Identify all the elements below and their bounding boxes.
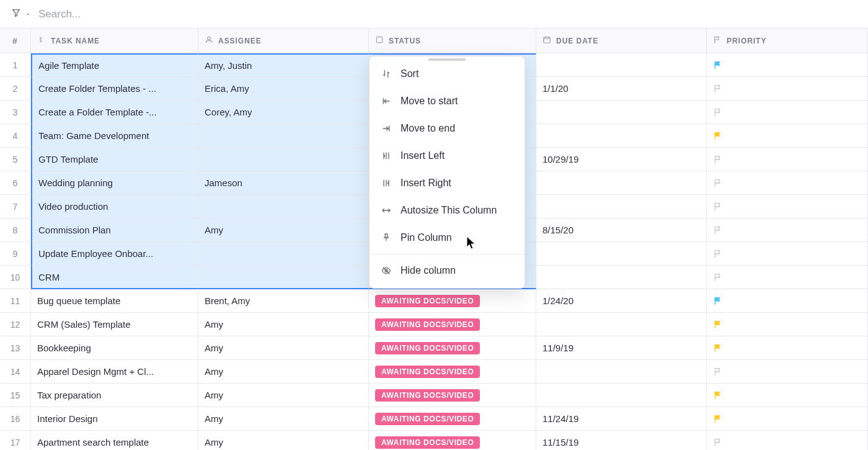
row-number[interactable]: 17 xyxy=(0,431,31,450)
row-number[interactable]: 15 xyxy=(0,384,31,407)
assignee-cell[interactable]: Amy xyxy=(198,431,369,450)
task-cell[interactable]: Bookkeeping xyxy=(31,336,198,360)
row-number[interactable]: 10 xyxy=(0,266,31,289)
task-cell[interactable]: Create a Folder Template -... xyxy=(31,101,198,124)
assignee-cell[interactable]: Jameson xyxy=(198,171,369,195)
assignee-cell[interactable]: Amy, Justin xyxy=(198,53,369,77)
task-cell[interactable]: Bug queue template xyxy=(31,289,198,313)
priority-cell[interactable] xyxy=(707,407,868,431)
task-cell[interactable]: Apartment search template xyxy=(31,431,198,450)
column-header-assignee[interactable]: ASSIGNEE xyxy=(198,29,369,53)
due-cell[interactable]: 1/1/20 xyxy=(536,77,707,101)
column-header-status[interactable]: STATUS xyxy=(369,29,536,53)
due-cell[interactable] xyxy=(536,124,707,148)
priority-cell[interactable] xyxy=(707,148,868,171)
priority-cell[interactable] xyxy=(707,124,868,148)
task-cell[interactable]: Tax preparation xyxy=(31,384,198,407)
row-number[interactable]: 16 xyxy=(0,407,31,431)
due-cell[interactable]: 1/24/20 xyxy=(536,289,707,313)
menu-insert-right[interactable]: Insert Right xyxy=(370,169,525,197)
assignee-cell[interactable]: Brent, Amy xyxy=(198,289,369,313)
task-cell[interactable]: Create Folder Templates - ... xyxy=(31,77,198,101)
row-number[interactable]: 1 xyxy=(0,53,31,77)
status-cell[interactable]: AWAITING DOCS/VIDEO xyxy=(369,384,536,407)
assignee-cell[interactable] xyxy=(198,195,369,218)
due-cell[interactable] xyxy=(536,101,707,124)
due-cell[interactable] xyxy=(536,242,707,266)
column-header-priority[interactable]: PRIORITY xyxy=(707,29,868,53)
priority-cell[interactable] xyxy=(707,313,868,336)
row-number[interactable]: 14 xyxy=(0,360,31,384)
priority-cell[interactable] xyxy=(707,171,868,195)
row-number[interactable]: 7 xyxy=(0,195,31,218)
menu-hide[interactable]: Hide column xyxy=(370,257,525,284)
task-cell[interactable]: Video production xyxy=(31,195,198,218)
menu-insert-left[interactable]: Insert Left xyxy=(370,142,525,169)
priority-cell[interactable] xyxy=(707,360,868,384)
priority-cell[interactable] xyxy=(707,77,868,101)
row-number[interactable]: 8 xyxy=(0,218,31,242)
column-header-due[interactable]: DUE DATE xyxy=(536,29,707,53)
task-cell[interactable]: Commission Plan xyxy=(31,218,198,242)
priority-cell[interactable] xyxy=(707,195,868,218)
search-input[interactable] xyxy=(31,6,857,23)
priority-cell[interactable] xyxy=(707,101,868,124)
status-cell[interactable]: AWAITING DOCS/VIDEO xyxy=(369,336,536,360)
row-number[interactable]: 6 xyxy=(0,171,31,195)
due-cell[interactable] xyxy=(536,53,707,77)
column-header-number[interactable]: # xyxy=(0,29,31,53)
due-cell[interactable]: 11/15/19 xyxy=(536,431,707,450)
column-header-task[interactable]: TASK NAME xyxy=(31,29,198,53)
priority-cell[interactable] xyxy=(707,242,868,266)
row-number[interactable]: 5 xyxy=(0,148,31,171)
priority-cell[interactable] xyxy=(707,266,868,289)
menu-move-start[interactable]: Move to start xyxy=(370,88,525,115)
assignee-cell[interactable]: Amy xyxy=(198,336,369,360)
row-number[interactable]: 9 xyxy=(0,242,31,266)
assignee-cell[interactable]: Amy xyxy=(198,218,369,242)
assignee-cell[interactable]: Amy xyxy=(198,407,369,431)
status-cell[interactable]: AWAITING DOCS/VIDEO xyxy=(369,289,536,313)
assignee-cell[interactable] xyxy=(198,148,369,171)
task-cell[interactable]: Agile Template xyxy=(31,53,198,77)
task-cell[interactable]: Wedding planning xyxy=(31,171,198,195)
priority-cell[interactable] xyxy=(707,336,868,360)
due-cell[interactable]: 10/29/19 xyxy=(536,148,707,171)
due-cell[interactable] xyxy=(536,171,707,195)
task-cell[interactable]: Update Employee Onboar... xyxy=(31,242,198,266)
menu-move-end[interactable]: Move to end xyxy=(370,115,525,142)
row-number[interactable]: 2 xyxy=(0,77,31,101)
due-cell[interactable] xyxy=(536,384,707,407)
due-cell[interactable] xyxy=(536,266,707,289)
due-cell[interactable] xyxy=(536,360,707,384)
priority-cell[interactable] xyxy=(707,53,868,77)
task-cell[interactable]: Apparel Design Mgmt + Cl... xyxy=(31,360,198,384)
task-cell[interactable]: Team: Game Development xyxy=(31,124,198,148)
assignee-cell[interactable] xyxy=(198,124,369,148)
task-cell[interactable]: GTD Template xyxy=(31,148,198,171)
row-number[interactable]: 12 xyxy=(0,313,31,336)
assignee-cell[interactable]: Erica, Amy xyxy=(198,77,369,101)
menu-pin[interactable]: Pin Column xyxy=(370,224,525,251)
assignee-cell[interactable]: Amy xyxy=(198,313,369,336)
due-cell[interactable] xyxy=(536,313,707,336)
due-cell[interactable] xyxy=(536,195,707,218)
assignee-cell[interactable]: Amy xyxy=(198,360,369,384)
menu-sort[interactable]: Sort xyxy=(370,60,525,88)
due-cell[interactable]: 11/24/19 xyxy=(536,407,707,431)
assignee-cell[interactable] xyxy=(198,266,369,289)
status-cell[interactable]: AWAITING DOCS/VIDEO xyxy=(369,360,536,384)
status-cell[interactable]: AWAITING DOCS/VIDEO xyxy=(369,313,536,336)
status-cell[interactable]: AWAITING DOCS/VIDEO xyxy=(369,431,536,450)
status-cell[interactable]: AWAITING DOCS/VIDEO xyxy=(369,407,536,431)
task-cell[interactable]: CRM xyxy=(31,266,198,289)
priority-cell[interactable] xyxy=(707,431,868,450)
row-number[interactable]: 13 xyxy=(0,336,31,360)
priority-cell[interactable] xyxy=(707,289,868,313)
assignee-cell[interactable] xyxy=(198,242,369,266)
row-number[interactable]: 3 xyxy=(0,101,31,124)
filter-dropdown[interactable] xyxy=(11,8,31,20)
assignee-cell[interactable]: Amy xyxy=(198,384,369,407)
priority-cell[interactable] xyxy=(707,384,868,407)
priority-cell[interactable] xyxy=(707,218,868,242)
